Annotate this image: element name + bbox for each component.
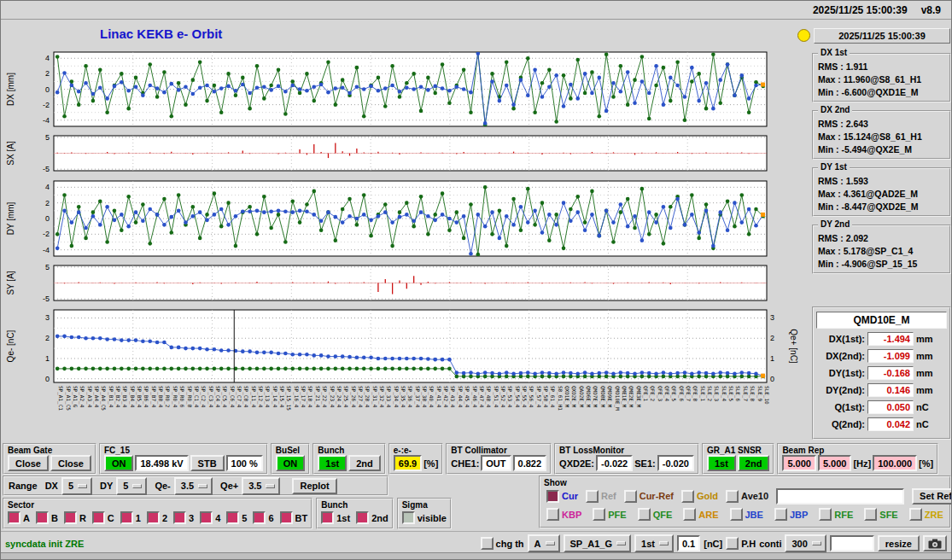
show-sfe-label: SFE — [879, 510, 897, 520]
show-rfe-checkbox[interactable] — [819, 508, 832, 521]
on-button[interactable]: ON — [276, 455, 306, 471]
range-qe-label: Qe+ — [220, 481, 238, 491]
a-dropdown[interactable]: A — [528, 534, 560, 552]
svg-text:SP_48_4: SP_48_4 — [485, 386, 492, 408]
show-sfe-checkbox[interactable] — [864, 508, 877, 521]
sector-a-checkbox-item: A — [8, 511, 30, 524]
svg-text:SP_45_4: SP_45_4 — [464, 386, 470, 408]
svg-text:5: 5 — [45, 263, 50, 271]
show-cur-ref-checkbox[interactable] — [624, 490, 637, 503]
range-qe-dropdown[interactable]: 3.5 — [174, 477, 213, 495]
2nd-button[interactable]: 2nd — [738, 455, 770, 471]
sector-1-checkbox[interactable] — [120, 511, 133, 524]
close-button[interactable]: Close — [50, 455, 91, 471]
svg-text:SP_C1_4: SP_C1_4 — [193, 386, 200, 408]
range-dy-dropdown[interactable]: 5 — [116, 477, 147, 495]
sector-4-checkbox[interactable] — [200, 511, 213, 524]
panel-title: e-:e- — [394, 446, 412, 455]
p-h-checkbox-item: P.H — [726, 537, 756, 550]
stats-group-title: DX 1st — [818, 48, 850, 57]
svg-text:SP_12_4: SP_12_4 — [257, 386, 264, 408]
stb-button[interactable]: STB — [190, 455, 225, 471]
sector-4-checkbox-item: 4 — [200, 511, 220, 524]
stats-panel: DX 1stRMS : 1.911Max : 11.960@S8_61_H1Mi… — [812, 45, 951, 277]
show-rfe-label: RFE — [834, 510, 853, 520]
panel-title: Bunch — [318, 446, 344, 455]
show-ave10-checkbox[interactable] — [726, 490, 739, 503]
snapshot-button[interactable] — [923, 535, 947, 551]
monitor-row-unit: nC — [916, 419, 929, 429]
sector-1-checkbox-item: 1 — [120, 511, 141, 524]
sector-bt-checkbox[interactable] — [280, 511, 293, 524]
svg-text:SP_25_4: SP_25_4 — [342, 386, 349, 408]
sector-2-checkbox[interactable] — [147, 511, 160, 524]
bunch-2nd-checkbox[interactable] — [356, 511, 369, 524]
sector-a-label: A — [23, 513, 30, 523]
300-dropdown[interactable]: 300 — [785, 534, 826, 552]
resize-button[interactable]: resize — [878, 535, 920, 551]
sector-6-checkbox[interactable] — [253, 511, 266, 524]
show-jbe-checkbox[interactable] — [730, 508, 743, 521]
close-button[interactable]: Close — [8, 455, 49, 471]
svg-text:SP_31_4: SP_31_4 — [371, 386, 378, 408]
hz-label: [Hz] — [853, 458, 871, 469]
show-jbp-checkbox[interactable] — [774, 508, 787, 521]
svg-text:SP_55_4: SP_55_4 — [521, 386, 528, 408]
sector-bt-label: BT — [295, 513, 308, 523]
set-ref-button[interactable]: Set Ref — [912, 488, 952, 505]
svg-text:QFE_2: QFE_2 — [649, 386, 656, 401]
panel-title: GR_A1 SNSR — [707, 446, 762, 455]
svg-text:SP_C5_4: SP_C5_4 — [221, 386, 228, 408]
sector-5-checkbox[interactable] — [226, 511, 239, 524]
panel-beam-rep: Beam Rep5.0005.000[Hz]100.000[%] — [777, 443, 938, 475]
svg-text:SP_53_4: SP_53_4 — [506, 386, 513, 408]
1st-button[interactable]: 1st — [318, 455, 347, 471]
stats-group-title: DY 1st — [818, 162, 850, 172]
show-qfe-label: QFE — [653, 510, 673, 520]
set-ref-input[interactable] — [776, 488, 904, 505]
svg-text:2: 2 — [45, 334, 50, 342]
chg-th-checkbox[interactable] — [481, 537, 494, 550]
svg-text:SP_42_4: SP_42_4 — [442, 386, 449, 408]
range-dx-label: DX — [45, 481, 58, 491]
p-h-checkbox[interactable] — [726, 537, 739, 550]
show-cur-checkbox[interactable] — [546, 490, 559, 503]
range-dx-dropdown[interactable]: 5 — [61, 477, 92, 495]
show-pfe-checkbox[interactable] — [593, 508, 605, 521]
1st-dropdown[interactable]: 1st — [634, 534, 674, 552]
show-jbp-checkbox-item: JBP — [774, 508, 808, 521]
show-are-checkbox[interactable] — [683, 508, 696, 521]
monitor-row-value: 0.050 — [867, 400, 914, 414]
show-qfe-checkbox[interactable] — [638, 508, 651, 521]
sector-a-checkbox[interactable] — [8, 511, 20, 524]
svg-text:SLE_10: SLE_10 — [763, 386, 770, 405]
sector-2-label: 2 — [162, 513, 167, 523]
stats-group-dx-2nd: DX 2ndRMS : 2.643Max : 15.124@S8_61_H1Mi… — [812, 110, 951, 160]
1st-button[interactable]: 1st — [707, 455, 736, 471]
sector-b-checkbox[interactable] — [36, 511, 49, 524]
svg-text:QFE_7: QFE_7 — [685, 386, 692, 401]
show-gold-checkbox[interactable] — [681, 490, 694, 503]
show-ref-checkbox[interactable] — [586, 490, 599, 503]
sector-3-checkbox[interactable] — [173, 511, 186, 524]
show-kbp-checkbox[interactable] — [546, 508, 559, 521]
stats-row: Max : 11.960@S8_61_H1 — [818, 73, 948, 86]
sector-r-checkbox[interactable] — [64, 511, 77, 524]
sigma-visible-checkbox[interactable] — [402, 511, 415, 524]
sp-a1-g-dropdown[interactable]: SP_A1_G — [564, 534, 632, 552]
range-qe-dropdown[interactable]: 3.5 — [242, 477, 280, 495]
show-zre-checkbox[interactable] — [909, 508, 922, 521]
sector-c-checkbox[interactable] — [92, 511, 105, 524]
bunch-1st-checkbox[interactable] — [321, 511, 334, 524]
sector-3-label: 3 — [189, 513, 194, 523]
2nd-button[interactable]: 2nd — [348, 455, 381, 471]
svg-text:SP_44_4: SP_44_4 — [457, 386, 464, 408]
svg-text:SP_51_4: SP_51_4 — [493, 386, 499, 408]
replot-button[interactable]: Replot — [292, 478, 336, 494]
on-button[interactable]: ON — [104, 455, 134, 471]
svg-text:SP_23_4: SP_23_4 — [329, 386, 336, 408]
svg-text:SP_B3_4: SP_B3_4 — [121, 386, 128, 408]
monitor-row-value: -1.099 — [867, 349, 914, 363]
group-bunch: Bunch1st2nd — [316, 498, 393, 529]
svg-text:SP_22_4: SP_22_4 — [321, 386, 328, 408]
